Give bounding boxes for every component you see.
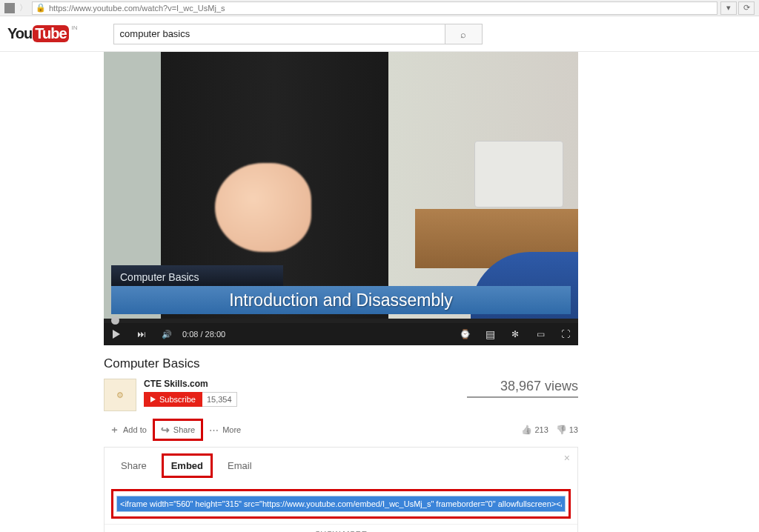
tab-favicon: [4, 3, 15, 13]
dropdown-history-button[interactable]: ▾: [720, 1, 737, 15]
add-to-label: Add to: [123, 425, 147, 434]
subscriber-count: 15,354: [202, 392, 237, 407]
watch-later-icon: [460, 329, 471, 339]
logo-text-you: You: [7, 25, 32, 42]
youtube-logo[interactable]: You Tube IN: [7, 25, 69, 42]
dislike-count: 13: [569, 425, 578, 434]
volume-button[interactable]: [154, 323, 179, 345]
more-icon: [209, 425, 219, 436]
video-display[interactable]: Computer Basics Introduction and Disasse…: [104, 52, 578, 319]
fullscreen-button[interactable]: [553, 323, 578, 345]
close-panel-button[interactable]: ×: [564, 452, 570, 464]
logo-region: IN: [72, 24, 78, 31]
volume-icon: [162, 330, 172, 339]
gear-icon: [511, 329, 519, 339]
yt-header: You Tube IN: [0, 16, 759, 52]
progress-bar[interactable]: [104, 319, 578, 323]
video-title: Computer Basics: [104, 356, 578, 371]
time-display: 0:08 / 28:00: [182, 330, 225, 339]
browser-address-bar: 〉 🔒 https://www.youtube.com/watch?v=I_wc…: [0, 0, 759, 16]
next-icon: [137, 329, 146, 339]
embed-code-input[interactable]: [116, 496, 566, 512]
share-panel: × Share Embed Email SHOW MORE: [104, 447, 578, 532]
action-bar: Add to Share More 213 13: [104, 419, 578, 441]
settings-button[interactable]: [503, 323, 528, 345]
show-more-button[interactable]: SHOW MORE: [105, 524, 577, 532]
progress-scrubber[interactable]: [111, 316, 119, 325]
thumbs-down-icon: [556, 425, 567, 435]
search-form: [113, 24, 483, 44]
share-button[interactable]: Share: [153, 419, 203, 441]
url-text: https://www.youtube.com/watch?v=I_wc_UsM…: [49, 4, 225, 13]
nav-arrow-icon: 〉: [19, 2, 27, 13]
reload-button[interactable]: ⟳: [738, 1, 755, 15]
current-time: 0:08: [182, 330, 198, 339]
url-bar[interactable]: 🔒 https://www.youtube.com/watch?v=I_wc_U…: [32, 1, 717, 15]
search-button[interactable]: [445, 24, 483, 44]
subscribe-label: Subscribe: [159, 395, 196, 404]
playlist-icon: [485, 328, 495, 340]
scene-hand: [215, 163, 311, 252]
scene-printer: [474, 141, 563, 207]
share-icon: [161, 424, 170, 436]
overlay-small-text: Computer Basics: [111, 271, 199, 283]
embed-code-highlight: [111, 489, 571, 519]
play-icon: [113, 330, 120, 339]
thumbs-up-icon: [521, 425, 532, 435]
duration: 28:00: [205, 330, 226, 339]
tab-embed[interactable]: Embed: [162, 453, 213, 478]
lock-icon: 🔒: [36, 3, 46, 13]
share-tabs: Share Embed Email: [105, 448, 577, 484]
view-count: 38,967 views: [467, 379, 578, 394]
like-count: 213: [534, 425, 548, 434]
tab-share[interactable]: Share: [113, 456, 154, 476]
add-to-button[interactable]: Add to: [104, 420, 153, 439]
more-label: More: [222, 425, 241, 434]
fullscreen-icon: [561, 329, 570, 339]
watch-later-button[interactable]: [452, 323, 477, 345]
subscribe-play-icon: [150, 396, 156, 402]
play-button[interactable]: [104, 323, 129, 345]
video-overlay-big-banner: Introduction and Disassembly: [111, 286, 571, 314]
theater-mode-button[interactable]: [528, 323, 553, 345]
channel-name[interactable]: CTE Skills.com: [144, 379, 467, 389]
next-button[interactable]: [129, 323, 154, 345]
dislike-button[interactable]: 13: [556, 425, 578, 435]
share-label: Share: [173, 425, 195, 434]
video-player: Computer Basics Introduction and Disasse…: [104, 52, 578, 345]
logo-text-tube: Tube: [33, 25, 68, 42]
subscribe-button[interactable]: Subscribe: [144, 392, 202, 407]
tab-email[interactable]: Email: [220, 456, 259, 476]
more-button[interactable]: More: [203, 422, 247, 439]
playlist-button[interactable]: [477, 323, 503, 345]
sentiment-bar: [467, 396, 578, 398]
search-input[interactable]: [113, 24, 445, 44]
player-controls: 0:08 / 28:00: [104, 323, 578, 345]
plus-icon: [110, 423, 119, 436]
like-button[interactable]: 213: [521, 425, 548, 435]
search-icon: [460, 27, 466, 41]
channel-avatar[interactable]: ⚙: [104, 379, 136, 411]
overlay-big-text: Introduction and Disassembly: [229, 290, 453, 310]
theater-icon: [537, 329, 545, 339]
